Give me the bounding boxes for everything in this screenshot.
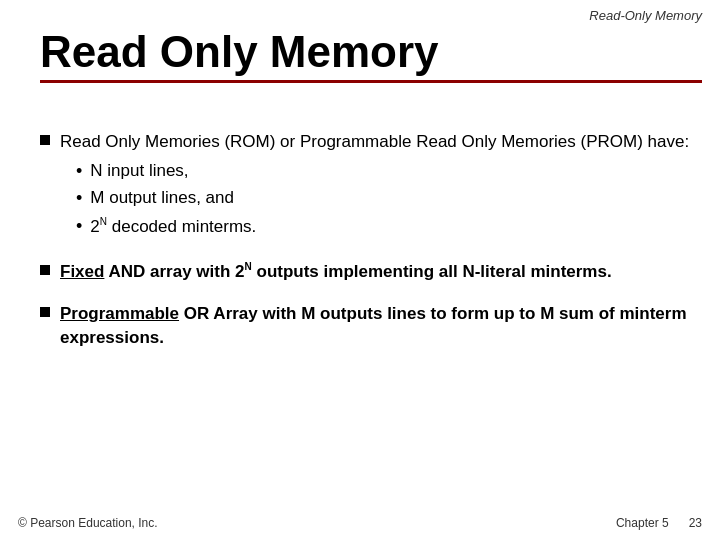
sub-bullet-dot-1: • <box>76 160 82 183</box>
content-area: Read Only Memories (ROM) or Programmable… <box>40 130 702 490</box>
sub-bullet-text-2: M output lines, and <box>90 187 234 210</box>
sub-bullet-dot-2: • <box>76 187 82 210</box>
sub-bullet-text-1: N input lines, <box>90 160 188 183</box>
page-number: 23 <box>689 516 702 530</box>
sub-bullets-1: • N input lines, • M output lines, and •… <box>76 160 689 238</box>
footer: © Pearson Education, Inc. Chapter 5 23 <box>18 516 702 530</box>
bullet-square-3 <box>40 307 50 317</box>
title-rule <box>40 80 702 83</box>
bullet-section-2: Fixed AND array with 2N outputs implemen… <box>40 260 702 284</box>
bullet-square-2 <box>40 265 50 275</box>
chapter-label: Chapter 5 <box>616 516 669 530</box>
sub-bullet-dot-3: • <box>76 215 82 238</box>
sub-bullet-item-1: • N input lines, <box>76 160 689 183</box>
footer-right: Chapter 5 23 <box>616 516 702 530</box>
bullet-text-1: Read Only Memories (ROM) or Programmable… <box>60 130 689 242</box>
bullet-item-2: Fixed AND array with 2N outputs implemen… <box>40 260 702 284</box>
sub-bullet-text-3: 2N decoded minterms. <box>90 215 256 239</box>
bullet-section-1: Read Only Memories (ROM) or Programmable… <box>40 130 702 242</box>
slide: Read-Only Memory Read Only Memory Read O… <box>0 0 720 540</box>
bullet-section-3: Programmable OR Array with M outputs lin… <box>40 302 702 350</box>
title-area: Read Only Memory <box>40 28 702 83</box>
bullet-text-2: Fixed AND array with 2N outputs implemen… <box>60 260 612 284</box>
slide-header: Read-Only Memory <box>589 8 702 23</box>
bullet-text-3: Programmable OR Array with M outputs lin… <box>60 302 702 350</box>
copyright: © Pearson Education, Inc. <box>18 516 158 530</box>
sub-bullet-item-3: • 2N decoded minterms. <box>76 215 689 239</box>
fixed-underline: Fixed <box>60 262 104 281</box>
sub-bullet-item-2: • M output lines, and <box>76 187 689 210</box>
programmable-underline: Programmable <box>60 304 179 323</box>
main-title: Read Only Memory <box>40 28 702 76</box>
bullet-item-1: Read Only Memories (ROM) or Programmable… <box>40 130 702 242</box>
bullet-item-3: Programmable OR Array with M outputs lin… <box>40 302 702 350</box>
bullet-square-1 <box>40 135 50 145</box>
header-title: Read-Only Memory <box>589 8 702 23</box>
